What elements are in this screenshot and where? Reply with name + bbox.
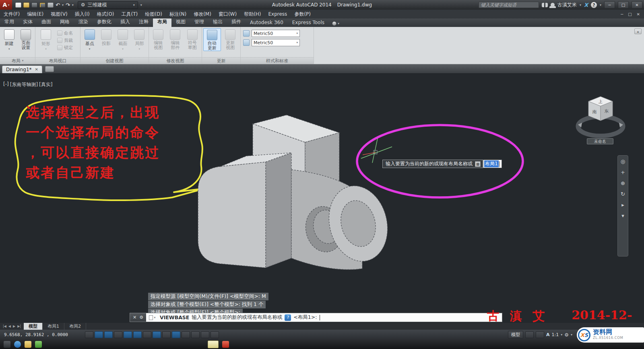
- viewcube-south-label[interactable]: 南: [592, 109, 597, 115]
- close-button[interactable]: ✕: [632, 1, 642, 8]
- save-icon[interactable]: [31, 2, 37, 8]
- update-view-button[interactable]: 更新视图: [222, 28, 239, 50]
- panel-label-update[interactable]: 更新: [202, 57, 240, 64]
- infer-constraints-toggle[interactable]: [85, 331, 93, 338]
- recent-commands-button[interactable]: ▾: [146, 315, 158, 320]
- selection-cycling-toggle[interactable]: [211, 331, 219, 338]
- exchange-apps-icon[interactable]: X: [584, 2, 588, 8]
- menu-dimension[interactable]: 标注(N): [166, 10, 190, 19]
- doc-close-icon[interactable]: ✕: [637, 12, 640, 16]
- file-tab-drawing1[interactable]: Drawing1* ✕: [2, 66, 42, 73]
- tab-layout1[interactable]: 布局1: [43, 323, 64, 330]
- redo-icon[interactable]: ↷: [66, 2, 70, 8]
- minimize-button[interactable]: ─: [604, 1, 615, 8]
- doc-minimize-icon[interactable]: ─: [621, 12, 623, 16]
- last-tab-icon[interactable]: ▶|: [17, 324, 21, 328]
- tab-layout[interactable]: 布局: [153, 17, 171, 27]
- redo-dropdown-icon[interactable]: ▾: [72, 3, 74, 7]
- ribbon-options-button[interactable]: ▾: [332, 21, 339, 27]
- ribbon-collapse-button[interactable]: ▴: [634, 29, 642, 34]
- qat-menu-dropdown-icon[interactable]: ▾: [140, 3, 142, 7]
- open-file-icon[interactable]: [23, 2, 29, 8]
- object-snap-toggle[interactable]: [133, 331, 142, 338]
- chevron-down-icon[interactable]: ▾: [571, 333, 572, 337]
- tab-insert[interactable]: 插入: [116, 17, 134, 27]
- full-navigation-wheel-icon[interactable]: ◎: [619, 158, 626, 165]
- navbar-menu-icon[interactable]: ▾: [619, 212, 626, 219]
- tab-view[interactable]: 视图: [171, 17, 190, 27]
- orbit-icon[interactable]: ↻: [619, 191, 626, 197]
- close-tab-icon[interactable]: ✕: [35, 67, 38, 72]
- menu-tools[interactable]: 工具(T): [118, 10, 142, 19]
- taskbar-active-app[interactable]: [208, 341, 219, 348]
- dynamic-input-toggle[interactable]: [172, 331, 180, 338]
- next-tab-icon[interactable]: ▶: [13, 324, 15, 328]
- application-menu-button[interactable]: A ▾: [0, 0, 12, 10]
- infocenter-search-input[interactable]: [479, 2, 539, 8]
- page-setup-button[interactable]: 页面设置: [18, 28, 34, 50]
- command-prompt-area[interactable]: VIEWBASE 输入要置为当前的新的或现有布局名称或 ? <布局1>:: [158, 314, 320, 321]
- tab-solid[interactable]: 实体: [19, 17, 37, 27]
- viewport-control-minus[interactable]: [-]: [3, 81, 9, 88]
- panel-label-modify-view[interactable]: 修改视图: [149, 57, 202, 64]
- section-view-button[interactable]: 截面 ▾: [115, 28, 131, 51]
- tab-express-tools[interactable]: Express Tools: [288, 18, 329, 27]
- symbol-sketch-button[interactable]: 符号草图: [184, 28, 200, 50]
- clip-viewport-button[interactable]: 剪裁: [56, 37, 74, 44]
- workspace-switching-icon[interactable]: ⚙: [564, 332, 569, 338]
- workspace-selector[interactable]: ⚙ 三维建模 ▾: [78, 1, 138, 9]
- user-dropdown-icon[interactable]: ▾: [580, 3, 581, 7]
- menu-edit[interactable]: 编辑(E): [23, 10, 47, 19]
- tab-output[interactable]: 输出: [208, 17, 227, 27]
- customize-command-icon[interactable]: ⚙: [139, 315, 143, 320]
- menu-view[interactable]: 视图(V): [47, 10, 71, 19]
- auto-update-toggle[interactable]: 自动更新: [203, 28, 221, 51]
- edit-view-button[interactable]: 编辑视图: [150, 28, 166, 50]
- restore-button[interactable]: □: [618, 1, 629, 8]
- tab-home[interactable]: 常用: [0, 17, 19, 27]
- menu-draw[interactable]: 绘图(D): [141, 10, 166, 19]
- first-tab-icon[interactable]: |◀: [3, 324, 6, 328]
- 3d-object-snap-toggle[interactable]: [143, 331, 151, 338]
- drafting-standard-combo[interactable]: Metric50 ▾: [252, 30, 300, 37]
- quick-view-drawings-icon[interactable]: [536, 331, 544, 338]
- menu-insert[interactable]: 插入(I): [71, 10, 93, 19]
- new-file-icon[interactable]: [15, 2, 21, 8]
- tab-render[interactable]: 渲染: [74, 17, 93, 27]
- dynamic-input-field[interactable]: 布局1: [483, 160, 502, 168]
- search-icon[interactable]: [542, 3, 548, 7]
- tab-manage[interactable]: 管理: [190, 17, 208, 27]
- plot-icon[interactable]: [47, 2, 54, 8]
- viewport-control-view[interactable]: [东南等轴测]: [10, 81, 38, 88]
- signed-in-user[interactable]: 古滇艾米: [557, 2, 577, 8]
- edit-component-button[interactable]: 编辑部件: [167, 28, 183, 50]
- taskbar-app-green-icon[interactable]: [35, 341, 42, 348]
- base-view-button[interactable]: 基点 ▾: [82, 28, 97, 51]
- tab-plugins[interactable]: 插件: [227, 17, 246, 27]
- snap-mode-toggle[interactable]: [95, 331, 103, 338]
- dynamic-ucs-toggle[interactable]: [162, 331, 171, 338]
- layer-standard-combo[interactable]: Metric50 ▾: [252, 39, 300, 46]
- new-drawing-tab-icon[interactable]: [45, 66, 54, 72]
- viewcube[interactable]: 上 南 东: [575, 95, 626, 144]
- transparency-toggle[interactable]: [191, 331, 200, 338]
- panel-label-viewports[interactable]: 布局视口: [35, 57, 80, 64]
- tab-mesh[interactable]: 网格: [56, 17, 74, 27]
- new-layout-button[interactable]: 新建 ▾: [1, 28, 17, 51]
- menu-modify[interactable]: 修改(M): [190, 10, 215, 19]
- quick-properties-toggle[interactable]: [201, 331, 209, 338]
- object-snap-tracking-toggle[interactable]: [153, 331, 161, 338]
- named-viewport-button[interactable]: 命名: [56, 30, 74, 37]
- detail-view-button[interactable]: 局部 ▾: [132, 28, 147, 51]
- panel-label-create-view[interactable]: 创建视图: [80, 57, 149, 64]
- prev-tab-icon[interactable]: ◀: [8, 324, 11, 328]
- viewcube-top-label[interactable]: 上: [598, 99, 603, 104]
- help-dropdown-icon[interactable]: ▾: [600, 3, 601, 7]
- taskbar-browser-icon[interactable]: [14, 341, 21, 348]
- tab-parametric[interactable]: 参数化: [93, 17, 116, 27]
- menu-file[interactable]: 文件(F): [0, 10, 23, 19]
- command-line[interactable]: ✕ ⚙ ▾ VIEWBASE 输入要置为当前的新的或现有布局名称或 ? <布局1…: [130, 313, 502, 322]
- zoom-icon[interactable]: ⊕: [619, 180, 626, 187]
- tab-layout2[interactable]: 布局2: [64, 323, 86, 330]
- doc-restore-icon[interactable]: □: [628, 12, 632, 16]
